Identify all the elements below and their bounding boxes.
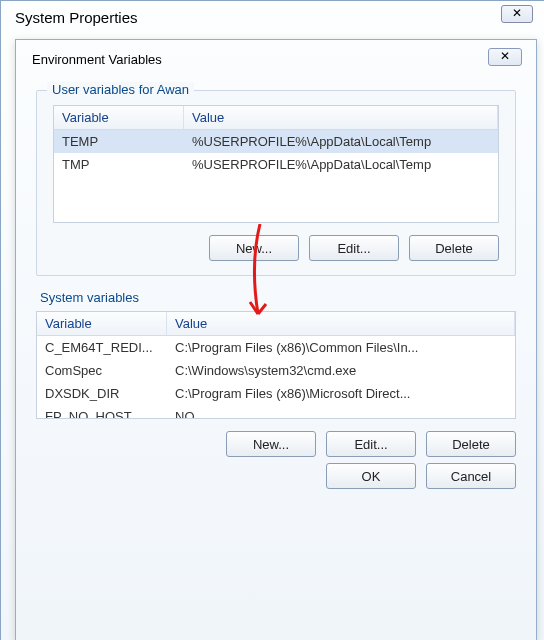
system-new-button[interactable]: New...: [226, 431, 316, 457]
cell-variable: FP_NO_HOST_C...: [37, 407, 167, 419]
cell-variable: TMP: [54, 155, 184, 174]
cell-value: %USERPROFILE%\AppData\Local\Temp: [184, 132, 498, 151]
outer-close-button[interactable]: ✕: [501, 5, 533, 23]
list-item[interactable]: C_EM64T_REDI... C:\Program Files (x86)\C…: [37, 336, 515, 359]
ok-button[interactable]: OK: [326, 463, 416, 489]
user-edit-button[interactable]: Edit...: [309, 235, 399, 261]
user-button-row: New... Edit... Delete: [53, 235, 499, 261]
list-item[interactable]: FP_NO_HOST_C... NO: [37, 405, 515, 419]
user-variables-label: User variables for Awan: [47, 82, 194, 97]
list-item-empty: [54, 176, 498, 199]
cell-value: C:\Windows\system32\cmd.exe: [167, 361, 515, 380]
cell-variable: ComSpec: [37, 361, 167, 380]
system-edit-button[interactable]: Edit...: [326, 431, 416, 457]
user-list-body: TEMP %USERPROFILE%\AppData\Local\Temp TM…: [54, 130, 498, 222]
system-properties-window: ✕ System Properties Environment Variable…: [0, 0, 544, 640]
system-list-body: C_EM64T_REDI... C:\Program Files (x86)\C…: [37, 336, 515, 419]
user-header-value[interactable]: Value: [184, 106, 498, 129]
cell-value: NO: [167, 407, 515, 419]
system-variables-label: System variables: [40, 290, 516, 305]
dialog-content: User variables for Awan Variable Value T…: [16, 80, 536, 457]
user-variables-list[interactable]: Variable Value TEMP %USERPROFILE%\AppDat…: [53, 105, 499, 223]
list-item[interactable]: TEMP %USERPROFILE%\AppData\Local\Temp: [54, 130, 498, 153]
cell-variable: DXSDK_DIR: [37, 384, 167, 403]
inner-window-title: Environment Variables ✕: [16, 40, 536, 80]
system-list-header: Variable Value: [37, 312, 515, 336]
cell-value: C:\Program Files (x86)\Microsoft Direct.…: [167, 384, 515, 403]
user-list-header: Variable Value: [54, 106, 498, 130]
cancel-button[interactable]: Cancel: [426, 463, 516, 489]
user-new-button[interactable]: New...: [209, 235, 299, 261]
cell-variable: TEMP: [54, 132, 184, 151]
list-item-empty: [54, 199, 498, 222]
dialog-button-row: OK Cancel: [16, 457, 536, 499]
list-item[interactable]: ComSpec C:\Windows\system32\cmd.exe: [37, 359, 515, 382]
system-header-variable[interactable]: Variable: [37, 312, 167, 335]
list-item[interactable]: TMP %USERPROFILE%\AppData\Local\Temp: [54, 153, 498, 176]
cell-value: %USERPROFILE%\AppData\Local\Temp: [184, 155, 498, 174]
system-variables-list[interactable]: Variable Value C_EM64T_REDI... C:\Progra…: [36, 311, 516, 419]
system-header-value[interactable]: Value: [167, 312, 515, 335]
system-button-row: New... Edit... Delete: [36, 431, 516, 457]
environment-variables-dialog: Environment Variables ✕ User variables f…: [15, 39, 537, 640]
system-delete-button[interactable]: Delete: [426, 431, 516, 457]
user-header-variable[interactable]: Variable: [54, 106, 184, 129]
user-delete-button[interactable]: Delete: [409, 235, 499, 261]
outer-window-title: System Properties: [1, 1, 544, 36]
cell-value: C:\Program Files (x86)\Common Files\In..…: [167, 338, 515, 357]
inner-title-text: Environment Variables: [32, 52, 162, 67]
cell-variable: C_EM64T_REDI...: [37, 338, 167, 357]
inner-close-button[interactable]: ✕: [488, 48, 522, 66]
user-variables-group: User variables for Awan Variable Value T…: [36, 90, 516, 276]
list-item[interactable]: DXSDK_DIR C:\Program Files (x86)\Microso…: [37, 382, 515, 405]
